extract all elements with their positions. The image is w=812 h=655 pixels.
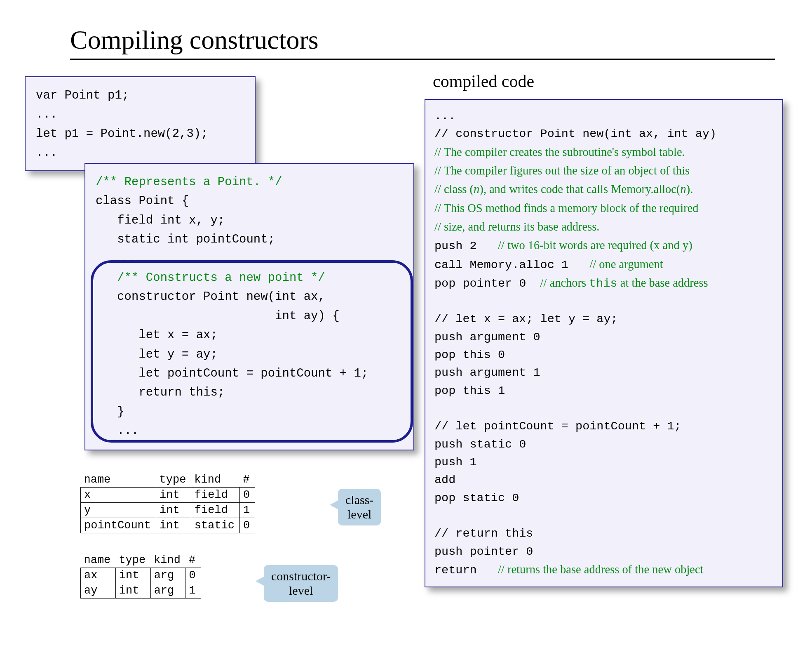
table-cell: 1 <box>240 503 255 518</box>
table-row: axintarg0 <box>81 568 201 583</box>
table-cell: int <box>115 583 150 598</box>
table-cell: 0 <box>240 518 255 533</box>
col-header: # <box>240 472 255 488</box>
page-title: Compiling constructors <box>70 25 779 55</box>
table-row: ayintarg1 <box>81 583 201 598</box>
table-row: pointCountintstatic0 <box>81 518 255 533</box>
table-cell: 1 <box>185 583 201 598</box>
table-cell: int <box>156 518 191 533</box>
compiled-code-heading: compiled code <box>433 71 534 91</box>
table-cell: arg <box>150 583 185 598</box>
slide: Compiling constructors var Point p1; ...… <box>0 0 812 655</box>
table-cell: ax <box>81 568 116 583</box>
table-header-row: nametypekind# <box>81 472 255 488</box>
content-area: var Point p1; ... let p1 = Point.new(2,3… <box>25 76 779 646</box>
table-cell: field <box>191 503 239 518</box>
table-cell: static <box>191 518 239 533</box>
table-cell: field <box>191 488 239 503</box>
table-cell: arg <box>150 568 185 583</box>
col-header: name <box>81 472 156 488</box>
subroutine-symbol-table: nametypekind# axintarg0ayintarg1 <box>80 553 201 598</box>
table-cell: pointCount <box>81 518 156 533</box>
table-cell: 0 <box>185 568 201 583</box>
class-source-code: /** Represents a Point. */ class Point {… <box>96 173 403 441</box>
constructor-level-callout: constructor-level <box>264 565 338 602</box>
table-cell: y <box>81 503 156 518</box>
col-header: # <box>185 553 201 568</box>
col-header: kind <box>150 553 185 568</box>
table-cell: 0 <box>240 488 255 503</box>
usage-snippet-code: var Point p1; ... let p1 = Point.new(2,3… <box>36 86 244 163</box>
table-row: yintfield1 <box>81 503 255 518</box>
col-header: type <box>156 472 191 488</box>
table-cell: int <box>156 488 191 503</box>
col-header: name <box>81 553 116 568</box>
table-header-row: nametypekind# <box>81 553 201 568</box>
col-header: kind <box>191 472 239 488</box>
compiled-code: ... // constructor Point new(int ax, int… <box>434 107 773 579</box>
table-cell: x <box>81 488 156 503</box>
col-header: type <box>115 553 150 568</box>
class-source-box: /** Represents a Point. */ class Point {… <box>84 163 414 450</box>
title-rule <box>70 59 775 60</box>
table-row: xintfield0 <box>81 488 255 503</box>
table-cell: ay <box>81 583 116 598</box>
table-cell: int <box>115 568 150 583</box>
table-cell: int <box>156 503 191 518</box>
class-symbol-table: nametypekind# xintfield0yintfield1pointC… <box>80 472 255 533</box>
usage-snippet-box: var Point p1; ... let p1 = Point.new(2,3… <box>25 76 256 171</box>
class-level-callout: class-level <box>338 489 381 525</box>
compiled-code-box: ... // constructor Point new(int ax, int… <box>425 99 783 587</box>
